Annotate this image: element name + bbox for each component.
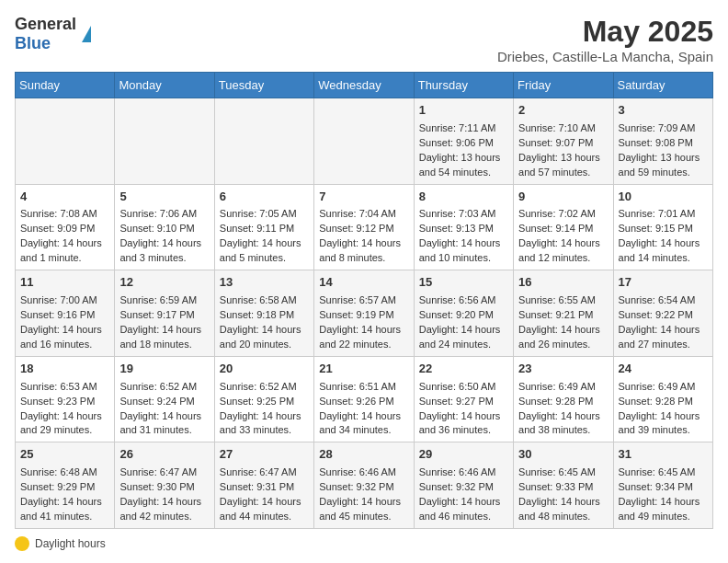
logo-blue: Blue — [15, 34, 51, 52]
day-info-line: Sunset: 9:12 PM — [319, 222, 408, 236]
day-cell-10: 10Sunrise: 7:01 AMSunset: 9:15 PMDayligh… — [613, 184, 712, 270]
header-row: SundayMondayTuesdayWednesdayThursdayFrid… — [16, 73, 713, 98]
day-cell-30: 30Sunrise: 6:45 AMSunset: 9:33 PMDayligh… — [514, 442, 613, 529]
day-info-line: Sunrise: 6:52 AM — [220, 380, 309, 395]
day-cell-4: 4Sunrise: 7:08 AMSunset: 9:09 PMDaylight… — [16, 184, 115, 270]
day-number: 21 — [319, 361, 408, 378]
day-info-line: Sunrise: 7:05 AM — [220, 207, 309, 222]
day-number: 5 — [119, 189, 209, 206]
day-info-line: Daylight: 14 hours — [119, 323, 209, 338]
day-number: 12 — [119, 274, 209, 292]
day-info-line: and 24 minutes. — [419, 338, 508, 352]
day-header-sunday: Sunday — [16, 73, 115, 98]
day-info-line: and 45 minutes. — [319, 510, 408, 524]
day-number: 7 — [319, 189, 408, 206]
location-title: Driebes, Castille-La Mancha, Spain — [497, 49, 713, 64]
day-info-line: and 34 minutes. — [319, 423, 408, 438]
day-header-wednesday: Wednesday — [314, 73, 414, 98]
day-info-line: Sunrise: 7:01 AM — [619, 207, 708, 222]
day-cell-25: 25Sunrise: 6:48 AMSunset: 9:29 PMDayligh… — [16, 442, 115, 529]
day-info-line: Sunset: 9:31 PM — [220, 480, 309, 495]
day-info-line: Daylight: 14 hours — [419, 409, 508, 424]
day-info-line: Daylight: 14 hours — [619, 323, 708, 338]
day-number: 13 — [220, 274, 309, 292]
day-cell-24: 24Sunrise: 6:49 AMSunset: 9:28 PMDayligh… — [613, 356, 712, 442]
footer-label: Daylight hours — [35, 537, 106, 550]
day-info-line: Daylight: 14 hours — [518, 236, 608, 251]
day-info-line: Sunset: 9:21 PM — [518, 308, 608, 323]
day-info-line: Daylight: 14 hours — [20, 495, 109, 510]
day-info-line: Sunset: 9:32 PM — [419, 480, 508, 495]
day-number: 18 — [20, 361, 109, 378]
day-cell-7: 7Sunrise: 7:04 AMSunset: 9:12 PMDaylight… — [314, 184, 414, 270]
day-info-line: and 1 minute. — [20, 251, 109, 266]
day-info-line: Daylight: 14 hours — [220, 236, 309, 251]
day-header-thursday: Thursday — [414, 73, 513, 98]
day-cell-26: 26Sunrise: 6:47 AMSunset: 9:30 PMDayligh… — [115, 442, 214, 529]
logo-triangle-icon — [82, 26, 91, 42]
day-info-line: Sunrise: 6:55 AM — [518, 293, 608, 308]
day-cell-17: 17Sunrise: 6:54 AMSunset: 9:22 PMDayligh… — [613, 270, 712, 357]
sun-icon — [15, 536, 29, 551]
day-cell-28: 28Sunrise: 6:46 AMSunset: 9:32 PMDayligh… — [314, 442, 414, 529]
day-info-line: and 20 minutes. — [220, 338, 309, 352]
day-cell-18: 18Sunrise: 6:53 AMSunset: 9:23 PMDayligh… — [16, 356, 115, 442]
day-info-line: Sunset: 9:32 PM — [319, 480, 408, 495]
day-number: 17 — [619, 274, 708, 292]
day-info-line: Sunset: 9:33 PM — [518, 480, 608, 495]
day-info-line: Sunrise: 6:46 AM — [319, 465, 408, 480]
day-header-tuesday: Tuesday — [214, 73, 313, 98]
day-info-line: and 8 minutes. — [319, 251, 408, 266]
day-cell-12: 12Sunrise: 6:59 AMSunset: 9:17 PMDayligh… — [115, 270, 214, 357]
day-info-line: Daylight: 14 hours — [518, 409, 608, 424]
calendar-week-1: 1Sunrise: 7:11 AMSunset: 9:06 PMDaylight… — [16, 98, 713, 185]
day-info-line: Daylight: 14 hours — [119, 409, 209, 424]
day-info-line: Sunrise: 7:03 AM — [419, 207, 508, 222]
month-title: May 2025 — [497, 15, 713, 49]
day-info-line: and 3 minutes. — [119, 251, 209, 266]
day-info-line: and 18 minutes. — [119, 338, 209, 352]
day-info-line: and 59 minutes. — [619, 166, 708, 180]
day-info-line: Daylight: 13 hours — [619, 151, 708, 166]
day-cell-21: 21Sunrise: 6:51 AMSunset: 9:26 PMDayligh… — [314, 356, 414, 442]
day-info-line: and 41 minutes. — [20, 510, 109, 524]
day-info-line: Daylight: 14 hours — [119, 495, 209, 510]
day-info-line: Sunrise: 6:45 AM — [518, 465, 608, 480]
day-info-line: and 26 minutes. — [518, 338, 608, 352]
day-info-line: Sunset: 9:25 PM — [220, 395, 309, 409]
day-info-line: and 5 minutes. — [220, 251, 309, 266]
calendar-table: SundayMondayTuesdayWednesdayThursdayFrid… — [15, 72, 713, 529]
day-number: 28 — [319, 446, 408, 464]
day-info-line: and 16 minutes. — [20, 338, 109, 352]
day-info-line: Daylight: 14 hours — [220, 409, 309, 424]
day-number: 4 — [20, 189, 109, 206]
day-number: 2 — [518, 102, 608, 120]
day-cell-16: 16Sunrise: 6:55 AMSunset: 9:21 PMDayligh… — [514, 270, 613, 357]
day-cell-8: 8Sunrise: 7:03 AMSunset: 9:13 PMDaylight… — [414, 184, 513, 270]
calendar-week-5: 25Sunrise: 6:48 AMSunset: 9:29 PMDayligh… — [16, 442, 713, 529]
day-info-line: Sunset: 9:07 PM — [518, 136, 608, 151]
empty-cell — [314, 98, 414, 185]
day-info-line: Sunset: 9:18 PM — [220, 308, 309, 323]
day-info-line: Sunset: 9:10 PM — [119, 222, 209, 236]
day-info-line: Sunset: 9:16 PM — [20, 308, 109, 323]
day-info-line: Sunset: 9:23 PM — [20, 395, 109, 409]
day-number: 25 — [20, 446, 109, 464]
day-info-line: Sunrise: 6:59 AM — [119, 293, 209, 308]
day-number: 27 — [220, 446, 309, 464]
day-info-line: Daylight: 14 hours — [518, 495, 608, 510]
day-info-line: Daylight: 14 hours — [619, 409, 708, 424]
day-info-line: Sunrise: 7:06 AM — [119, 207, 209, 222]
day-info-line: Daylight: 13 hours — [419, 151, 508, 166]
day-info-line: Sunset: 9:19 PM — [319, 308, 408, 323]
day-info-line: Sunrise: 6:57 AM — [319, 293, 408, 308]
title-area: May 2025 Driebes, Castille-La Mancha, Sp… — [497, 15, 713, 64]
day-cell-15: 15Sunrise: 6:56 AMSunset: 9:20 PMDayligh… — [414, 270, 513, 357]
calendar-header: SundayMondayTuesdayWednesdayThursdayFrid… — [16, 73, 713, 98]
day-number: 15 — [419, 274, 508, 292]
day-cell-2: 2Sunrise: 7:10 AMSunset: 9:07 PMDaylight… — [514, 98, 613, 185]
day-number: 23 — [518, 361, 608, 378]
day-info-line: and 33 minutes. — [220, 423, 309, 438]
day-number: 3 — [619, 102, 708, 120]
day-info-line: Sunset: 9:27 PM — [419, 395, 508, 409]
